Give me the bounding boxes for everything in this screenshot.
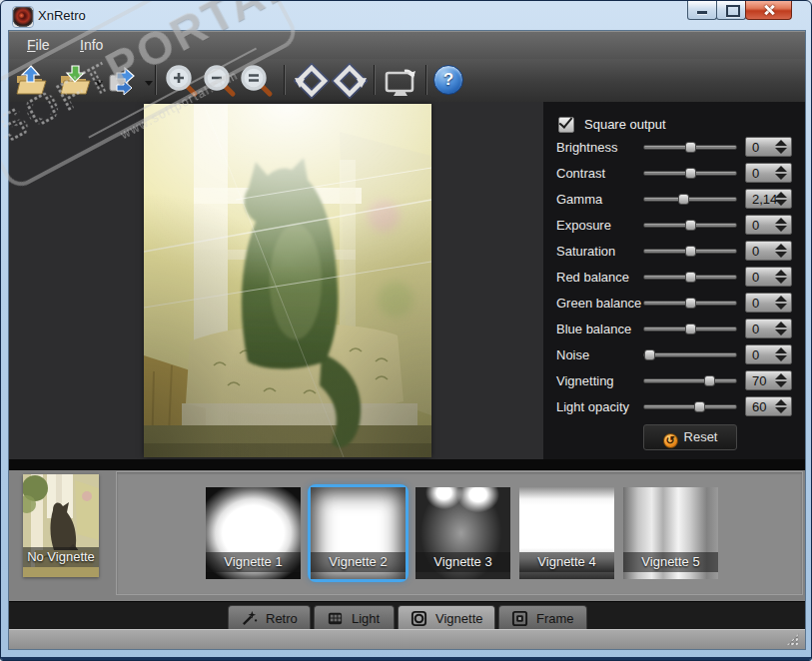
minimize-button[interactable] [687,1,717,20]
frame-icon [511,610,528,627]
blue-balance-spinbox[interactable]: 0 [745,319,792,338]
exposure-label: Exposure [556,218,611,233]
exposure-spinbox[interactable]: 0 [745,215,792,235]
save-dropdown-icon[interactable] [95,81,103,86]
contrast-label: Contrast [556,166,605,181]
toolbar-separator [284,65,285,95]
spin-arrows-icon[interactable] [775,270,787,284]
slider-track [643,404,737,409]
gamma-spinbox[interactable]: 2,14 [745,189,792,209]
brightness-spinbox[interactable]: 0 [745,137,792,157]
close-icon [763,4,775,16]
square-output-checkbox[interactable] [558,117,574,133]
main-area: Square output Brightness 0 Contrast 0 Ga… [9,102,805,459]
saturation-slider[interactable] [643,241,737,261]
no-vignette-label: No Vignette [23,547,99,567]
close-button[interactable] [745,1,792,20]
light-opacity-label: Light opacity [556,399,629,414]
blue-balance-label: Blue balance [556,322,631,336]
no-vignette-thumbnail[interactable]: No Vignette [23,474,99,577]
divider-strip [9,459,805,470]
rotate-display-button[interactable] [383,63,418,99]
export-dropdown-icon[interactable] [145,81,153,86]
open-folder-up-icon [13,63,49,99]
spin-arrows-icon[interactable] [775,166,787,180]
slider-thumb[interactable] [685,298,696,309]
tab-retro[interactable]: Retro [228,605,311,630]
slider-thumb[interactable] [704,375,715,386]
contrast-spinbox[interactable]: 0 [745,163,792,183]
gamma-slider[interactable] [643,189,737,209]
spin-arrows-icon[interactable] [775,322,787,335]
menu-info[interactable]: Info [72,32,111,53]
help-button[interactable]: ? [433,65,463,95]
resize-grip[interactable] [786,633,799,646]
toolbar-separator [374,65,375,95]
red-balance-spinbox[interactable]: 0 [745,267,792,287]
vignette-1-thumbnail[interactable]: Vignette 1 [206,487,301,579]
vignetting-slider[interactable] [643,370,737,390]
spin-arrows-icon[interactable] [775,347,787,361]
rotate-display-icon [383,63,418,99]
rotate-left-button[interactable] [294,63,330,99]
tab-frame[interactable]: Frame [498,605,587,630]
square-output-label: Square output [584,117,666,132]
slider-thumb[interactable] [685,324,696,334]
noise-slider[interactable] [643,344,737,364]
title-bar[interactable]: XnRetro [1,1,811,31]
slider-thumb[interactable] [678,194,689,205]
zoom-fit-button[interactable] [239,63,275,99]
green-balance-slider[interactable] [643,293,737,313]
maximize-button[interactable] [716,1,746,20]
save-folder-down-icon [57,63,93,99]
save-button[interactable] [57,63,93,99]
noise-spinbox[interactable]: 0 [745,344,792,364]
exposure-slider[interactable] [643,215,737,235]
open-button[interactable] [13,63,49,99]
spin-arrows-icon[interactable] [775,218,787,232]
zoom-out-button[interactable] [202,63,238,99]
spin-arrows-icon[interactable] [775,140,787,154]
vignette-3-thumbnail[interactable]: Vignette 3 [415,487,510,579]
rotate-right-button[interactable] [332,63,368,99]
reset-button[interactable]: ↺Reset [643,424,737,450]
zoom-in-button[interactable] [164,63,200,99]
tab-vignette[interactable]: Vignette [398,605,495,630]
spin-arrows-icon[interactable] [775,373,787,387]
red-balance-label: Red balance [556,270,629,285]
slider-thumb[interactable] [685,246,696,257]
slider-thumb[interactable] [694,401,705,412]
brightness-slider[interactable] [643,137,737,157]
light-opacity-spinbox[interactable]: 60 [745,396,792,416]
tab-bar: Retro Light Vignette [9,601,805,629]
help-icon: ? [443,70,453,89]
vignette-5-thumbnail[interactable]: Vignette 5 [623,487,718,579]
noise-label: Noise [556,347,589,362]
export-button[interactable] [105,63,141,99]
saturation-spinbox[interactable]: 0 [745,241,792,261]
slider-thumb[interactable] [685,168,696,179]
contrast-slider[interactable] [643,163,737,183]
zoom-out-icon [202,63,238,99]
slider-thumb[interactable] [644,349,655,360]
spin-arrows-icon[interactable] [775,399,787,413]
vignette-4-thumbnail[interactable]: Vignette 4 [519,487,614,579]
vignette-2-thumbnail[interactable]: Vignette 2 [311,487,406,579]
menu-file[interactable]: File [19,32,58,53]
slider-track [643,197,737,202]
toolbar-separator [425,65,426,95]
slider-thumb[interactable] [685,272,696,283]
green-balance-spinbox[interactable]: 0 [745,293,792,313]
vignetting-spinbox[interactable]: 70 [745,370,792,390]
spin-arrows-icon[interactable] [775,244,787,258]
tab-light[interactable]: Light [314,605,395,630]
spin-arrows-icon[interactable] [775,192,787,206]
slider-thumb[interactable] [685,142,696,153]
blue-balance-slider[interactable] [643,319,737,338]
gamma-label: Gamma [556,192,602,207]
check-icon [559,114,573,128]
red-balance-slider[interactable] [643,267,737,287]
spin-arrows-icon[interactable] [775,296,787,310]
slider-thumb[interactable] [685,220,696,231]
light-opacity-slider[interactable] [643,396,737,416]
